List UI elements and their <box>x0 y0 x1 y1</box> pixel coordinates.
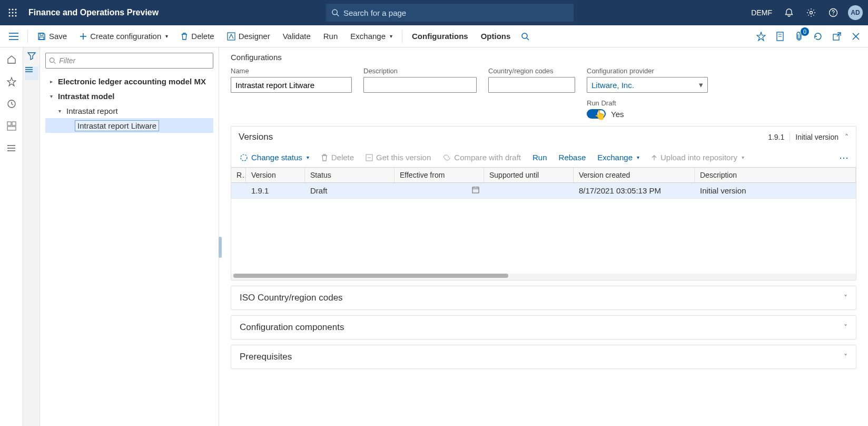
svg-point-1 <box>12 9 14 11</box>
legal-entity[interactable]: DEMF <box>751 8 772 17</box>
more-actions-button[interactable]: ⋯ <box>839 152 850 163</box>
version-exchange-button[interactable]: Exchange ▾ <box>595 151 642 164</box>
calendar-icon[interactable] <box>472 186 479 193</box>
app-launcher-icon[interactable] <box>5 5 20 20</box>
designer-label: Designer <box>239 32 270 41</box>
settings-icon[interactable] <box>804 5 818 20</box>
components-section[interactable]: Configuration components ˅ <box>231 315 856 340</box>
country-codes-input[interactable] <box>488 77 575 93</box>
cell-created: 8/17/2021 03:05:13 PM <box>574 183 695 198</box>
version-delete-button[interactable]: Delete <box>319 151 356 164</box>
popout-button[interactable] <box>829 28 845 44</box>
col-header-version[interactable]: Version <box>246 168 305 182</box>
svg-line-10 <box>337 14 339 16</box>
run-button[interactable]: Run <box>318 27 343 46</box>
filter-icon[interactable] <box>27 52 36 60</box>
versions-section-header[interactable]: Versions 1.9.1 Initial version ˄ <box>231 127 856 148</box>
svg-point-11 <box>810 12 813 14</box>
tree-filter-input[interactable] <box>59 56 210 65</box>
chevron-down-icon[interactable]: ▾ <box>47 93 55 99</box>
provider-select[interactable]: Litware, Inc. ▾ <box>587 77 708 93</box>
delete-label: Delete <box>191 32 214 41</box>
user-avatar[interactable]: AD <box>848 5 863 20</box>
col-header-status[interactable]: Status <box>305 168 394 182</box>
modules-icon[interactable] <box>3 139 21 157</box>
compare-icon <box>442 154 451 161</box>
svg-rect-35 <box>12 122 16 125</box>
name-label: Name <box>231 67 352 75</box>
global-search[interactable] <box>326 4 574 22</box>
designer-button[interactable]: Designer <box>222 27 275 46</box>
svg-point-22 <box>522 33 527 38</box>
svg-point-42 <box>7 150 8 151</box>
table-row[interactable]: 1.9.1Draft8/17/2021 03:05:13 PMInitial v… <box>231 183 856 199</box>
upload-button[interactable]: Upload into repository ▾ <box>649 151 746 164</box>
options-tab[interactable]: Options <box>476 27 516 46</box>
run-draft-toggle[interactable] <box>587 109 606 119</box>
svg-rect-36 <box>7 127 16 130</box>
refresh-button[interactable] <box>810 28 826 44</box>
provider-label: Configuration provider <box>587 67 708 75</box>
delete-button[interactable]: Delete <box>175 27 219 46</box>
list-panel-toggle[interactable] <box>25 66 38 80</box>
cell-version: 1.9.1 <box>246 183 305 198</box>
svg-rect-18 <box>40 37 44 40</box>
favorites-icon[interactable] <box>3 73 21 91</box>
search-icon <box>521 32 529 41</box>
personalize-icon[interactable] <box>753 28 769 44</box>
cell-supported <box>484 183 574 198</box>
chevron-right-icon[interactable]: ▸ <box>47 79 55 84</box>
global-search-input[interactable] <box>343 8 568 17</box>
svg-rect-51 <box>472 187 479 193</box>
app-title: Finance and Operations Preview <box>28 8 159 17</box>
rebase-button[interactable]: Rebase <box>557 151 588 164</box>
svg-point-41 <box>7 148 8 149</box>
svg-point-9 <box>332 9 337 14</box>
compare-button[interactable]: Compare with draft <box>440 151 523 164</box>
close-button[interactable] <box>848 28 864 44</box>
plus-icon <box>80 33 87 40</box>
home-icon[interactable] <box>3 51 21 69</box>
tree-item[interactable]: ▸Electronic ledger accounting model MX <box>45 74 213 89</box>
tree-item[interactable]: ▾Intrastat report <box>45 103 213 118</box>
description-label: Description <box>363 67 477 75</box>
tree-filter[interactable] <box>45 53 213 69</box>
version-run-button[interactable]: Run <box>530 151 549 164</box>
tree-item[interactable]: Intrastat report Litware <box>45 118 213 133</box>
validate-label: Validate <box>283 32 311 41</box>
iso-section[interactable]: ISO Country/region codes ˅ <box>231 286 856 310</box>
status-icon <box>240 153 248 162</box>
change-status-button[interactable]: Change status ▾ <box>238 151 311 164</box>
upload-icon <box>651 154 657 161</box>
col-header-description[interactable]: Description <box>695 168 856 182</box>
exchange-button[interactable]: Exchange ▾ <box>345 27 398 46</box>
horizontal-scrollbar[interactable] <box>231 274 856 280</box>
prerequisites-section[interactable]: Prerequisites ˅ <box>231 345 856 369</box>
col-header-created[interactable]: Version created <box>574 168 695 182</box>
notifications-icon[interactable] <box>782 5 796 20</box>
cell-status: Draft <box>305 183 394 198</box>
tree-item[interactable]: ▾Intrastat model <box>45 89 213 103</box>
col-header-effective[interactable]: Effective from <box>394 168 484 182</box>
validate-button[interactable]: Validate <box>278 27 316 46</box>
save-label: Save <box>49 32 67 41</box>
col-header-r[interactable]: R… <box>231 168 246 182</box>
col-header-supported[interactable]: Supported until <box>484 168 574 182</box>
help-icon[interactable] <box>826 5 841 20</box>
get-version-button[interactable]: Get this version <box>363 151 433 164</box>
name-input[interactable] <box>231 77 352 93</box>
cell-effective[interactable] <box>394 183 484 198</box>
chevron-down-icon[interactable]: ▾ <box>56 108 63 114</box>
save-button[interactable]: Save <box>32 27 72 46</box>
workspaces-icon[interactable] <box>3 117 21 135</box>
recent-icon[interactable] <box>3 95 21 113</box>
svg-point-0 <box>9 9 11 11</box>
create-configuration-button[interactable]: Create configuration ▾ <box>74 27 173 46</box>
configurations-tab[interactable]: Configurations <box>407 27 474 46</box>
page-options-icon[interactable] <box>772 28 788 44</box>
svg-rect-17 <box>40 33 43 35</box>
hamburger-menu[interactable] <box>4 25 23 47</box>
attachments-button[interactable]: 0 <box>791 28 807 44</box>
description-input[interactable] <box>363 77 477 93</box>
page-search-button[interactable] <box>518 27 532 46</box>
